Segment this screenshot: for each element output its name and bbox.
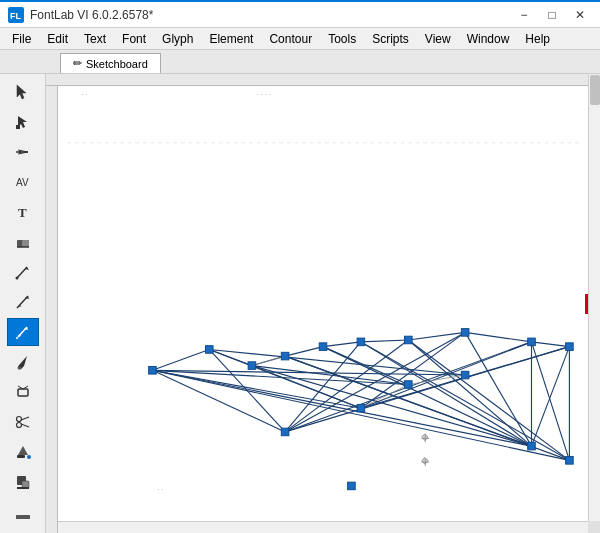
svg-rect-36 bbox=[22, 481, 29, 488]
tool-fill[interactable] bbox=[7, 468, 39, 496]
tool-pen[interactable] bbox=[7, 258, 39, 286]
svg-point-17 bbox=[15, 277, 18, 280]
svg-line-74 bbox=[408, 340, 531, 446]
tool-paint-bucket[interactable] bbox=[7, 438, 39, 466]
tool-knife[interactable] bbox=[7, 138, 39, 166]
toolbar: AV T bbox=[0, 74, 46, 533]
svg-point-30 bbox=[16, 423, 21, 428]
menu-font[interactable]: Font bbox=[114, 28, 154, 49]
svg-rect-95 bbox=[319, 343, 327, 351]
tool-shape[interactable] bbox=[7, 378, 39, 406]
fill-icon bbox=[14, 473, 32, 491]
svg-text:· · · ·: · · · · bbox=[257, 90, 272, 99]
svg-rect-8 bbox=[19, 151, 21, 153]
scrollbar-right[interactable] bbox=[588, 74, 600, 521]
svg-rect-92 bbox=[205, 346, 213, 354]
menu-contour[interactable]: Contour bbox=[261, 28, 320, 49]
rapid-pen-icon bbox=[14, 293, 32, 311]
svg-text:FL: FL bbox=[10, 11, 21, 21]
svg-line-61 bbox=[209, 349, 285, 431]
minimize-button[interactable]: − bbox=[512, 6, 536, 24]
svg-rect-13 bbox=[22, 240, 29, 247]
tool-node-select[interactable] bbox=[7, 108, 39, 136]
svg-rect-9 bbox=[24, 151, 26, 153]
svg-point-25 bbox=[17, 367, 21, 370]
svg-rect-91 bbox=[149, 367, 157, 375]
scrollbar-right-thumb[interactable] bbox=[590, 75, 600, 105]
tool-text[interactable]: T bbox=[7, 198, 39, 226]
svg-rect-109 bbox=[422, 457, 429, 464]
tool-eraser[interactable] bbox=[7, 228, 39, 256]
title-bar: FL FontLab VI 6.0.2.6578* − □ ✕ bbox=[0, 0, 600, 28]
menu-view[interactable]: View bbox=[417, 28, 459, 49]
tab-bar: ✏ Sketchboard bbox=[0, 50, 600, 74]
svg-rect-26 bbox=[18, 389, 28, 396]
menu-bar: File Edit Text Font Glyph Element Contou… bbox=[0, 28, 600, 50]
tool-ruler[interactable] bbox=[7, 498, 39, 526]
menu-file[interactable]: File bbox=[4, 28, 39, 49]
title-bar-left: FL FontLab VI 6.0.2.6578* bbox=[8, 7, 153, 23]
svg-point-34 bbox=[27, 455, 31, 459]
svg-rect-107 bbox=[566, 457, 574, 465]
svg-point-24 bbox=[16, 337, 18, 339]
svg-text:· ·: · · bbox=[81, 90, 87, 99]
canvas-area[interactable]: · · · · · · bbox=[46, 74, 600, 533]
svg-line-59 bbox=[152, 370, 531, 446]
svg-line-84 bbox=[531, 347, 569, 447]
tool-pencil[interactable] bbox=[7, 318, 39, 346]
svg-rect-99 bbox=[528, 338, 536, 346]
brush-icon bbox=[14, 353, 32, 371]
svg-rect-94 bbox=[281, 352, 289, 360]
eraser-icon bbox=[14, 233, 32, 251]
tool-kerning[interactable]: AV bbox=[7, 168, 39, 196]
tool-select-arrow[interactable] bbox=[7, 78, 39, 106]
tool-brush[interactable] bbox=[7, 348, 39, 376]
menu-text[interactable]: Text bbox=[76, 28, 114, 49]
tool-rapid-pen[interactable] bbox=[7, 288, 39, 316]
svg-rect-105 bbox=[461, 371, 469, 379]
ruler-icon bbox=[14, 503, 32, 521]
svg-line-88 bbox=[252, 356, 285, 365]
paint-bucket-icon bbox=[14, 443, 32, 461]
menu-glyph[interactable]: Glyph bbox=[154, 28, 201, 49]
svg-line-32 bbox=[21, 424, 29, 427]
svg-line-53 bbox=[465, 332, 531, 341]
ruler-vertical bbox=[46, 86, 58, 533]
svg-rect-102 bbox=[348, 482, 356, 490]
svg-point-29 bbox=[16, 417, 21, 422]
svg-line-46 bbox=[152, 349, 209, 370]
svg-line-54 bbox=[531, 342, 569, 347]
menu-element[interactable]: Element bbox=[201, 28, 261, 49]
svg-rect-96 bbox=[357, 338, 365, 346]
close-button[interactable]: ✕ bbox=[568, 6, 592, 24]
shape-tool-icon bbox=[14, 383, 32, 401]
menu-edit[interactable]: Edit bbox=[39, 28, 76, 49]
menu-help[interactable]: Help bbox=[517, 28, 558, 49]
title-bar-controls: − □ ✕ bbox=[512, 6, 592, 24]
svg-rect-104 bbox=[405, 381, 413, 389]
main-area: AV T bbox=[0, 74, 600, 533]
svg-rect-100 bbox=[566, 343, 574, 351]
svg-text:· ·: · · bbox=[157, 485, 163, 494]
text-tool-icon: T bbox=[14, 203, 32, 221]
svg-line-78 bbox=[285, 332, 465, 432]
kerning-icon: AV bbox=[14, 173, 32, 191]
svg-rect-38 bbox=[16, 515, 30, 519]
scrollbar-bottom[interactable] bbox=[58, 521, 588, 533]
svg-rect-4 bbox=[16, 125, 20, 129]
menu-scripts[interactable]: Scripts bbox=[364, 28, 417, 49]
svg-rect-106 bbox=[528, 442, 536, 450]
glyph-canvas[interactable]: · · · · · · bbox=[58, 86, 588, 521]
scrollbar-corner bbox=[588, 521, 600, 533]
svg-rect-103 bbox=[357, 404, 365, 412]
svg-line-31 bbox=[21, 417, 29, 420]
svg-line-72 bbox=[361, 342, 532, 446]
svg-rect-93 bbox=[248, 362, 256, 370]
menu-tools[interactable]: Tools bbox=[320, 28, 364, 49]
menu-window[interactable]: Window bbox=[459, 28, 518, 49]
maximize-button[interactable]: □ bbox=[540, 6, 564, 24]
tab-sketchboard[interactable]: ✏ Sketchboard bbox=[60, 53, 161, 73]
svg-rect-101 bbox=[281, 428, 289, 436]
tool-scissors[interactable] bbox=[7, 408, 39, 436]
ruler-horizontal bbox=[46, 74, 600, 86]
